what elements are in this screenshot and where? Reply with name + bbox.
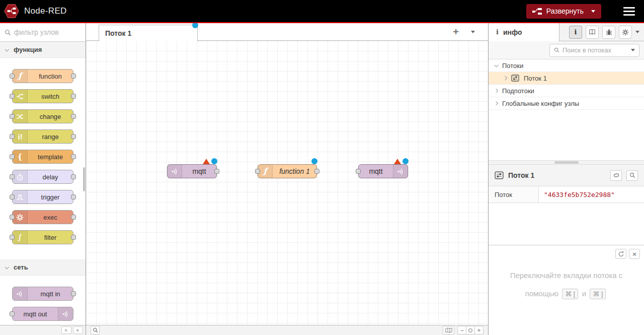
search-icon [5, 29, 11, 36]
bug-icon [606, 29, 612, 36]
copy-link-button[interactable] [610, 170, 622, 181]
node-changed-dot [403, 158, 409, 164]
add-flow-button[interactable]: + [453, 27, 459, 37]
chevron-down-icon [494, 63, 498, 67]
output-port[interactable] [314, 169, 319, 174]
flow-list-caret-icon[interactable] [471, 31, 475, 33]
palette-node-change[interactable]: change [12, 109, 73, 123]
chevron-down-icon [5, 265, 9, 269]
sidebar-info-button[interactable]: i [569, 26, 582, 39]
sidebar-tab-label: инфо [503, 28, 522, 36]
deploy-button[interactable]: Развернуть [526, 4, 601, 19]
sidebar-help-button[interactable] [586, 26, 599, 39]
shortcut-key: ⌘ [ [562, 289, 578, 299]
shortcut-key: ⌘ ] [590, 289, 606, 299]
node-changed-dot [311, 158, 317, 164]
palette-node-function[interactable]: ƒ function [12, 69, 73, 83]
palette-node-template[interactable]: { template [12, 150, 73, 164]
tab-info[interactable]: i инфо [489, 23, 559, 41]
zoom-in-button[interactable]: + [474, 326, 484, 334]
flow-canvas[interactable]: mqtt ƒ function 1 mqtt [86, 41, 488, 325]
property-row: Поток "4633fe5b752e2988" [489, 186, 644, 203]
tree-item-subflows[interactable]: Подпотоки [489, 85, 644, 97]
palette-node-mqtt-in[interactable]: mqtt in [12, 287, 73, 301]
search-icon [554, 47, 559, 53]
node-error-triangle-icon [394, 159, 401, 164]
palette-footer: « » [0, 325, 86, 335]
palette-node-delay[interactable]: delay [12, 170, 73, 184]
sidebar-resize-handle[interactable] [489, 160, 644, 165]
wifi-icon [168, 165, 182, 178]
sidebar-debug-button[interactable] [602, 26, 615, 39]
expand-all-categories-button[interactable]: » [73, 326, 83, 334]
tree-item-flows[interactable]: Потоки [489, 59, 644, 72]
flow-node-function-1[interactable]: ƒ function 1 [258, 164, 317, 178]
navigator-map-button[interactable] [443, 326, 454, 334]
flow-node-mqtt-out[interactable]: mqtt [358, 164, 408, 178]
book-icon [589, 29, 596, 35]
palette-category-label: функция [14, 46, 42, 53]
tree-item-global-config-nodes[interactable]: Глобальные конфиг узлы [489, 97, 644, 110]
sidebar-config-button[interactable] [619, 26, 632, 39]
workspace: Поток 1 + mqtt ƒ [86, 23, 488, 335]
help-tip-panel: × Переключайте вкладки потока с помощью … [489, 245, 644, 335]
function-icon: ƒ [258, 165, 273, 178]
gear-icon [13, 211, 28, 224]
palette-search-row [0, 23, 86, 42]
flow-tab[interactable]: Поток 1 [99, 25, 198, 41]
change-icon [13, 110, 28, 123]
collapse-all-categories-button[interactable]: « [61, 326, 71, 334]
input-port[interactable] [356, 169, 361, 174]
palette-scrollbar-thumb[interactable] [83, 167, 85, 191]
chevron-right-icon [494, 89, 498, 93]
filter-icon: ∫ [13, 231, 28, 244]
deploy-icon [532, 8, 542, 15]
gear-icon [622, 29, 629, 36]
palette-category-network[interactable]: сеть [0, 259, 86, 276]
header-accent-line [0, 22, 644, 23]
palette-node-exec[interactable]: exec [12, 210, 73, 224]
palette-category-function[interactable]: функция [0, 42, 86, 58]
zoom-out-button[interactable]: − [457, 326, 466, 334]
switch-icon [13, 90, 28, 103]
palette-category-label: сеть [14, 263, 28, 271]
canvas-search-button[interactable] [91, 326, 100, 334]
wifi-icon [393, 165, 408, 178]
sidebar-tab-bar: i инфо i [489, 23, 644, 41]
palette-node-filter[interactable]: ∫ filter [12, 230, 73, 244]
timer-icon [13, 170, 28, 183]
palette-filter-input[interactable] [14, 28, 81, 36]
palette-node-trigger[interactable]: trigger [12, 190, 73, 204]
input-port[interactable] [255, 169, 260, 174]
flow-search-input[interactable] [562, 46, 628, 54]
app-header: Node-RED Развернуть [0, 0, 644, 22]
link-icon [613, 172, 620, 179]
node-error-triangle-icon [203, 159, 210, 164]
output-port[interactable] [214, 169, 219, 174]
main-menu-button[interactable] [623, 7, 635, 16]
node-red-logo-icon [4, 4, 19, 19]
wifi-icon [58, 307, 73, 320]
close-tip-button[interactable]: × [629, 249, 640, 259]
property-label: Поток [489, 186, 539, 203]
zoom-reset-button[interactable] [466, 326, 475, 334]
tree-empty-area [489, 110, 644, 160]
pulse-icon [13, 190, 28, 204]
flow-search-box[interactable] [549, 44, 639, 57]
palette-node-mqtt-out[interactable]: mqtt out [12, 307, 73, 321]
node-palette: функция ƒ function switch [0, 23, 86, 335]
deploy-options-caret-icon[interactable] [591, 10, 595, 13]
search-related-button[interactable] [626, 170, 638, 181]
node-changed-dot [211, 158, 217, 164]
flow-node-mqtt-in[interactable]: mqtt [167, 164, 217, 178]
palette-node-switch[interactable]: switch [12, 89, 73, 103]
sidebar-more-caret-icon[interactable] [635, 31, 639, 33]
help-tip-text: Переключайте вкладки потока с помощью ⌘ … [489, 266, 644, 303]
canvas-footer: − + [86, 325, 488, 335]
refresh-tip-button[interactable] [615, 249, 626, 259]
tree-item-flow-1[interactable]: Поток 1 [489, 72, 644, 85]
deploy-button-label: Развернуть [546, 7, 584, 15]
palette-node-range[interactable]: range [12, 129, 73, 144]
search-options-caret-icon[interactable] [631, 49, 635, 51]
template-icon: { [13, 150, 28, 163]
